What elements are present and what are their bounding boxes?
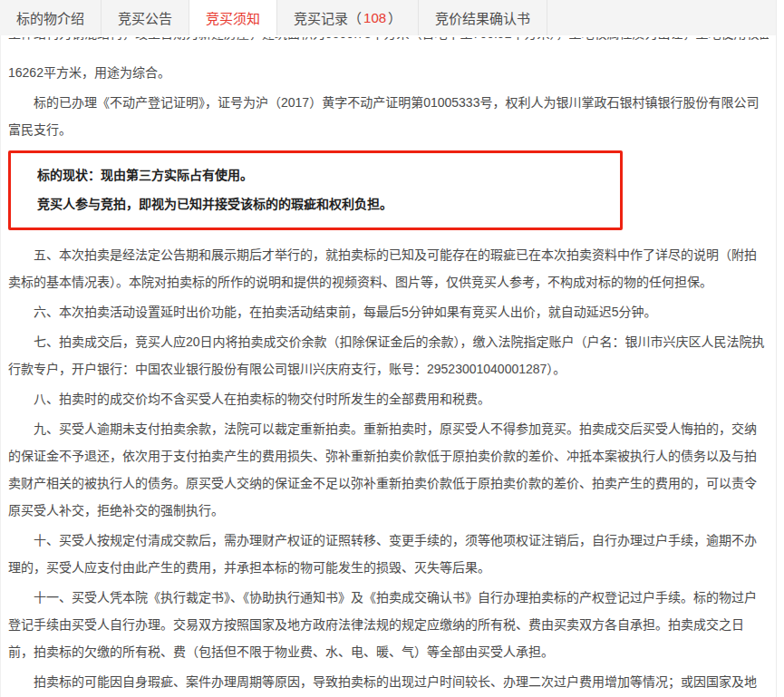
paragraph-item-10: 十、买受人按规定付清成交款后，需办理财产权证的证照转移、变更手续的，须等他项权证… [8, 527, 769, 581]
clipped-text: 主体结构为钢混结构，竣工日期为新建房屋，建筑面积为9500.78平方米（含地下室… [8, 37, 769, 47]
paragraph-risk-disclaimer: 拍卖标的可能因自身瑕疵、案件办理周期等原因，导致拍卖标的出现过户时间较长、办理二… [8, 668, 769, 697]
paragraph-item-7: 七、拍卖成交后，竞买人应20日内将拍卖成交价余款（扣除保证金后的余款），缴入法院… [8, 328, 769, 382]
tab-announcement[interactable]: 竞买公告 [102, 0, 189, 35]
highlight-box: 标的现状：现由第三方实际占有使用。 竞买人参与竞拍，即视为已知并接受该标的的瑕疵… [8, 150, 623, 230]
tab-label: 标的物介绍 [16, 8, 84, 27]
tab-item-intro[interactable]: 标的物介绍 [0, 0, 102, 35]
tab-label-prefix: 竞买记录（ [294, 8, 362, 27]
tab-label: 竞买须知 [206, 8, 260, 27]
paragraph-certificate: 标的已办理《不动产登记证明》，证号为沪（2017）黄字不动产证明第0100533… [8, 89, 769, 143]
paragraph-item-8: 八、拍卖时的成交价均不含买受人在拍卖标的物交付时所发生的全部费用和税费。 [8, 385, 769, 412]
highlight-status-line: 标的现状：现由第三方实际占有使用。 [37, 160, 611, 189]
notice-content: 主体结构为钢混结构，竣工日期为新建房屋，建筑面积为9500.78平方米（含地下室… [0, 35, 777, 697]
tab-label-suffix: ） [388, 8, 402, 27]
paragraph-land-area: 16262平方米，用途为综合。 [8, 59, 769, 86]
tab-result-confirmation[interactable]: 竞价结果确认书 [419, 0, 547, 35]
clipped-text-line: 主体结构为钢混结构，竣工日期为新建房屋，建筑面积为9500.78平方米（含地下室… [8, 37, 769, 48]
bid-record-count: 108 [362, 10, 388, 25]
paragraph-item-6: 六、本次拍卖活动设置延时出价功能，在拍卖活动结束前，每最后5分钟如果有竞买人出价… [8, 298, 769, 325]
tab-notice[interactable]: 竞买须知 [189, 0, 277, 35]
highlight-disclaimer-line: 竞买人参与竞拍，即视为已知并接受该标的的瑕疵和权利负担。 [37, 189, 611, 218]
tab-bid-record[interactable]: 竞买记录（108） [277, 0, 419, 35]
tab-bar: 标的物介绍 竞买公告 竞买须知 竞买记录（108） 竞价结果确认书 [0, 0, 777, 35]
tab-label: 竞买公告 [118, 8, 172, 27]
paragraph-item-9: 九、买受人逾期未支付拍卖余款，法院可以裁定重新拍卖。重新拍卖时，原买受人不得参加… [8, 415, 769, 524]
paragraph-item-5: 五、本次拍卖是经法定公告期和展示期后才举行的，就拍卖标的已知及可能存在的瑕疵已在… [8, 241, 769, 295]
paragraph-item-11: 十一、买受人凭本院《执行裁定书》、《协助执行通知书》及《拍卖成交确认书》自行办理… [8, 584, 769, 665]
tab-label: 竞价结果确认书 [435, 8, 530, 27]
tabbar-filler [547, 0, 776, 35]
